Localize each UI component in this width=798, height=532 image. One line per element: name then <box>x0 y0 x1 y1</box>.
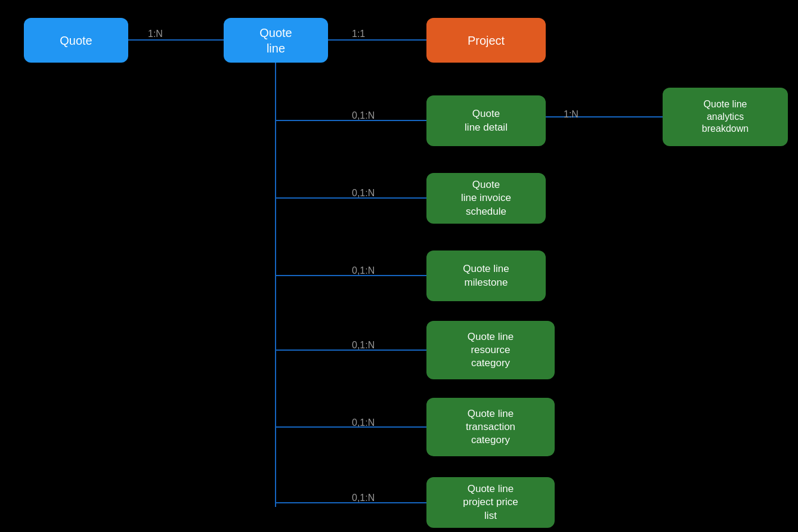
relation-quoteline-resource: 0,1:N <box>352 340 375 351</box>
relation-quoteline-invoice: 0,1:N <box>352 188 375 199</box>
quote-line-resource-label: Quote lineresourcecategory <box>468 330 514 370</box>
quote-line-invoice-node: Quoteline invoiceschedule <box>426 173 546 224</box>
relation-quoteline-milestone: 0,1:N <box>352 265 375 276</box>
relation-quoteline-transaction: 0,1:N <box>352 417 375 428</box>
relation-quoteline-price: 0,1:N <box>352 493 375 503</box>
quote-line-milestone-node: Quote linemilestone <box>426 250 546 301</box>
quote-line-transaction-node: Quote linetransactioncategory <box>426 398 555 456</box>
relation-quoteline-detail: 0,1:N <box>352 110 375 121</box>
quote-line-resource-node: Quote lineresourcecategory <box>426 321 555 379</box>
quote-line-invoice-label: Quoteline invoiceschedule <box>461 178 511 218</box>
diagram: Quote 1:N Quoteline 1:1 Project 0,1:N Qu… <box>0 0 798 532</box>
relation-quote-quoteline: 1:N <box>148 29 163 39</box>
relation-detail-analytics: 1:N <box>564 109 579 120</box>
quote-line-transaction-label: Quote linetransactioncategory <box>466 407 515 447</box>
quote-line-price-label: Quote lineproject pricelist <box>463 482 518 522</box>
quote-line-detail-label: Quoteline detail <box>465 107 508 134</box>
quote-line-milestone-label: Quote linemilestone <box>463 262 509 289</box>
quote-line-detail-node: Quoteline detail <box>426 95 546 146</box>
relation-quoteline-project: 1:1 <box>352 29 365 39</box>
project-node: Project <box>426 18 546 63</box>
quote-node: Quote <box>24 18 128 63</box>
connector-lines <box>0 0 798 532</box>
quote-line-analytics-node: Quote lineanalyticsbreakdown <box>663 88 788 146</box>
quote-line-node: Quoteline <box>224 18 328 63</box>
quote-line-price-node: Quote lineproject pricelist <box>426 477 555 528</box>
quote-line-label: Quoteline <box>259 25 292 56</box>
quote-line-analytics-label: Quote lineanalyticsbreakdown <box>702 98 748 135</box>
